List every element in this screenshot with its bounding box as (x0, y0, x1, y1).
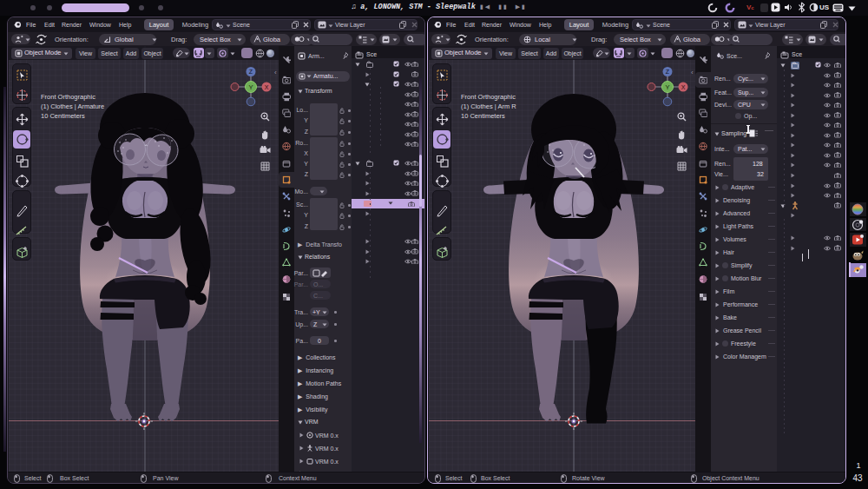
svg-text:X: X (265, 83, 269, 89)
svg-text:Z: Z (249, 69, 253, 75)
svg-text:Y: Y (665, 83, 669, 91)
svg-text:Z: Z (666, 69, 670, 75)
svg-text:Y: Y (248, 83, 253, 91)
svg-text:X: X (681, 83, 686, 89)
